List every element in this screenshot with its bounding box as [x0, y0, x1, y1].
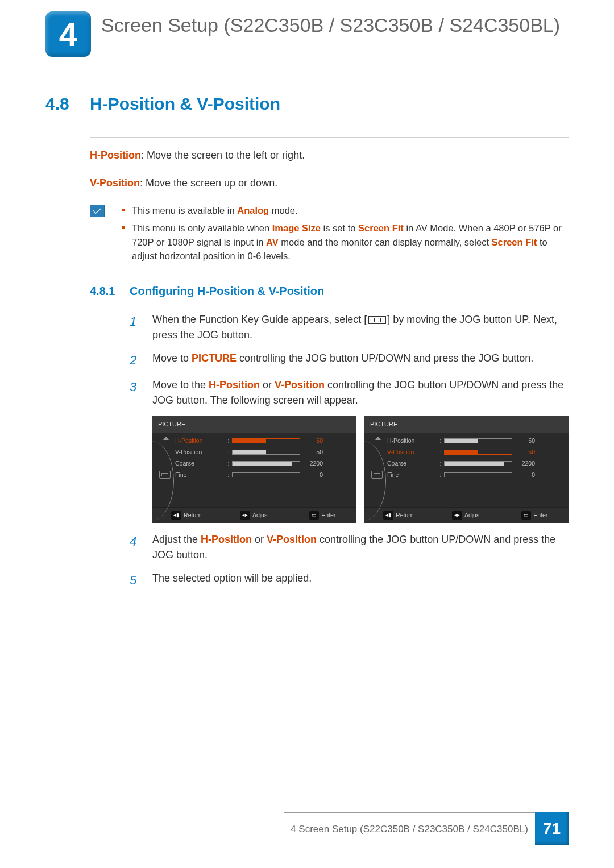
- osd-item: V-Position:50: [175, 447, 352, 458]
- step-number: 3: [130, 377, 152, 408]
- step-number: 2: [130, 351, 152, 369]
- section-number: 4.8: [45, 91, 90, 117]
- osd-item: Coarse:2200: [175, 458, 352, 470]
- subsection-title: Configuring H-Position & V-Position: [130, 285, 324, 297]
- step-number: 4: [130, 532, 152, 563]
- chapter-number-box: 4: [45, 11, 91, 57]
- note-icon: [90, 205, 105, 217]
- osd-item: H-Position:50: [387, 435, 564, 447]
- step-4: 4 Adjust the H-Position or V-Position co…: [130, 532, 569, 563]
- osd-item: Fine:0: [387, 470, 564, 481]
- osd-item: H-Position:50: [175, 435, 352, 447]
- step-number: 5: [130, 571, 152, 589]
- picture-mode-icon: [159, 471, 171, 479]
- osd-adjust: ◂▸Adjust: [433, 508, 501, 524]
- step-1: 1 When the Function Key Guide appears, s…: [130, 312, 569, 343]
- adjust-icon: ◂▸: [452, 511, 462, 520]
- osd-panel-vposition: PICTURE H-Position:50V-Position:50Coarse…: [364, 416, 569, 523]
- page-footer: 4 Screen Setup (S22C350B / S23C350B / S2…: [284, 812, 569, 845]
- step-3: 3 Move to the H-Position or V-Position c…: [130, 377, 569, 408]
- footer-text: 4 Screen Setup (S22C350B / S23C350B / S2…: [284, 812, 535, 845]
- step-number: 1: [130, 312, 152, 343]
- subsection-heading: 4.8.1Configuring H-Position & V-Position: [90, 283, 569, 300]
- osd-title: PICTURE: [364, 416, 569, 433]
- subsection-number: 4.8.1: [90, 283, 130, 300]
- osd-enter: ▭Enter: [500, 508, 569, 524]
- page-number: 71: [535, 812, 569, 845]
- return-icon: ◂▮: [383, 511, 393, 520]
- osd-title: PICTURE: [152, 416, 356, 433]
- menu-icon: [368, 316, 386, 324]
- osd-panel-hposition: PICTURE H-Position:50V-Position:50Coarse…: [152, 416, 356, 523]
- chapter-header: 4 Screen Setup (S22C350B / S23C350B / S2…: [45, 11, 569, 57]
- note-block: This menu is available in Analog mode. T…: [90, 203, 569, 267]
- osd-item: V-Position:50: [387, 447, 564, 458]
- step-5: 5 The selected option will be applied.: [130, 571, 569, 589]
- up-arrow-icon: [375, 437, 381, 440]
- chapter-title: Screen Setup (S22C350B / S23C350B / S24C…: [101, 11, 560, 37]
- section-heading: 4.8H-Position & V-Position: [45, 91, 569, 117]
- enter-icon: ▭: [309, 511, 319, 520]
- return-icon: ◂▮: [171, 511, 181, 520]
- osd-item: Coarse:2200: [387, 458, 564, 470]
- up-arrow-icon: [163, 437, 169, 440]
- enter-icon: ▭: [521, 511, 531, 520]
- picture-mode-icon: [371, 471, 383, 479]
- osd-enter: ▭Enter: [288, 508, 356, 524]
- arc-decoration: [128, 441, 174, 521]
- vposition-definition: V-Position: Move the screen up or down.: [90, 176, 569, 191]
- osd-item: Fine:0: [175, 470, 352, 481]
- step-2: 2 Move to PICTURE controlling the JOG bu…: [130, 351, 569, 369]
- section-title: H-Position & V-Position: [90, 94, 280, 113]
- hposition-definition: H-Position: Move the screen to the left …: [90, 148, 569, 163]
- adjust-icon: ◂▸: [240, 511, 250, 520]
- note-item: This menu is available in Analog mode.: [122, 203, 569, 218]
- note-item: This menu is only available when Image S…: [122, 221, 569, 263]
- osd-screenshots: PICTURE H-Position:50V-Position:50Coarse…: [152, 416, 569, 523]
- osd-adjust: ◂▸Adjust: [221, 508, 289, 524]
- divider: [90, 137, 569, 138]
